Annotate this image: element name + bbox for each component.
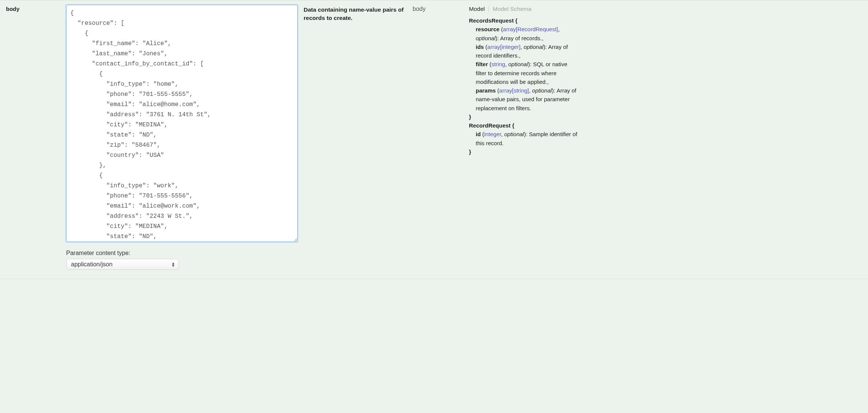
tab-model[interactable]: Model [469, 6, 488, 12]
field-ids-opt: optional [524, 44, 544, 50]
records-request-fields: resource (array[RecordRequest], optional… [469, 25, 579, 112]
field-filter-type: string [491, 61, 505, 67]
record-request-title: RecordRequest { [469, 121, 579, 130]
model-tabs: Model Model Schema [469, 5, 579, 12]
field-id-lparen: ( [481, 131, 484, 137]
param-name: body [6, 5, 60, 12]
body-textarea[interactable] [66, 5, 298, 242]
records-request-title: RecordsRequest { [469, 16, 579, 25]
param-name-column: body [3, 5, 63, 270]
field-filter: filter (string, optional): SQL or native… [476, 60, 579, 86]
field-filter-name: filter [476, 61, 488, 67]
record-request-block: RecordRequest { id (integer, optional): … [469, 121, 579, 156]
field-ids: ids (array[integer], optional): Array of… [476, 43, 579, 60]
param-location-column: body [410, 5, 466, 270]
content-type-select[interactable]: application/json [66, 259, 179, 270]
field-resource-type: array[RecordRequest] [503, 26, 558, 32]
field-resource: resource (array[RecordRequest], optional… [476, 25, 579, 43]
content-type-select-wrap: application/json ▲▼ [66, 259, 179, 270]
records-request-close: } [469, 112, 579, 121]
field-ids-lparen: ( [484, 44, 487, 50]
field-resource-desc: ): Array of records., [496, 35, 544, 41]
field-id-opt: optional [504, 131, 524, 137]
field-id-name: id [476, 131, 481, 137]
param-description: Data containing name-value pairs of reco… [304, 5, 407, 22]
field-id: id (integer, optional): Sample identifie… [476, 130, 579, 147]
tab-model-schema[interactable]: Model Schema [493, 6, 535, 12]
record-request-close: } [469, 147, 579, 156]
tab-separator [488, 6, 489, 12]
param-value-column: Parameter content type: application/json… [63, 5, 301, 270]
field-params-name: params [476, 87, 496, 94]
field-resource-name: resource [476, 26, 499, 32]
parameter-row: body Parameter content type: application… [0, 0, 868, 279]
param-location: body [413, 5, 463, 12]
model-content: RecordsRequest { resource (array[RecordR… [469, 16, 579, 156]
content-type-label: Parameter content type: [66, 250, 298, 257]
field-params-lparen: ( [496, 87, 499, 94]
field-resource-lparen: ( [499, 26, 503, 32]
field-ids-type: array[integer] [487, 44, 520, 50]
field-filter-lparen: ( [488, 61, 491, 67]
field-params-type: array[string] [499, 87, 529, 94]
field-ids-name: ids [476, 44, 484, 50]
field-params-sep: , [529, 87, 532, 94]
field-id-sep: , [501, 131, 504, 137]
field-id-type: integer [484, 131, 501, 137]
param-description-column: Data containing name-value pairs of reco… [301, 5, 410, 270]
model-column: Model Model Schema RecordsRequest { reso… [466, 5, 582, 270]
field-params: params (array[string], optional): Array … [476, 86, 579, 112]
field-filter-sep: , [505, 61, 508, 67]
record-request-fields: id (integer, optional): Sample identifie… [469, 130, 579, 147]
field-resource-sep: , [558, 26, 560, 32]
field-ids-sep: , [520, 44, 523, 50]
field-resource-opt: optional [476, 35, 496, 41]
field-params-opt: optional [532, 87, 552, 94]
field-filter-opt: optional [508, 61, 528, 67]
records-request-block: RecordsRequest { resource (array[RecordR… [469, 16, 579, 121]
